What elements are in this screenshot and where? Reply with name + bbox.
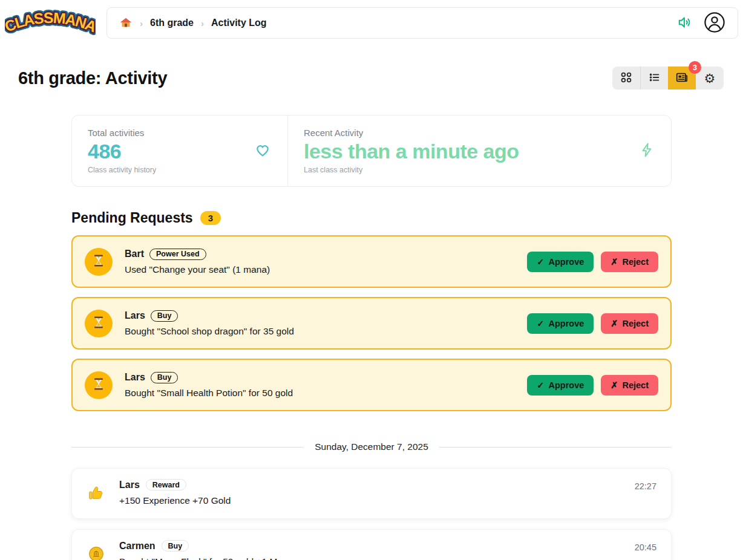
title-row: 6th grade: Activity — [0, 41, 743, 90]
request-actions: ✓ Approve ✗ Reject — [527, 313, 658, 334]
stat-label: Total activities — [88, 128, 156, 138]
pending-request-card: Bart Power Used Used "Change your seat" … — [71, 235, 672, 288]
student-name: Lars — [125, 372, 145, 383]
check-icon: ✓ — [537, 380, 544, 390]
entry-type-badge: Buy — [162, 540, 189, 552]
stat-card-recent-activity: Recent Activity less than a minute ago L… — [288, 116, 671, 186]
hourglass-icon — [91, 315, 106, 332]
classmana-logo[interactable]: CLASSMANA CLASSMANA CLASSMANA — [5, 5, 96, 41]
activity-log-list: Lars Reward +150 Experience +70 Gold 22:… — [71, 468, 672, 560]
list-view-button[interactable] — [640, 67, 668, 90]
entry-icon — [87, 484, 106, 502]
heart-icon — [254, 141, 272, 161]
user-avatar-icon — [704, 11, 725, 35]
coin-icon — [88, 545, 105, 560]
entry-description: +150 Experience +70 Gold — [119, 495, 231, 506]
x-icon: ✗ — [610, 319, 618, 328]
entry-type-badge: Reward — [146, 479, 186, 490]
activity-log-entry: Lars Reward +150 Experience +70 Gold 22:… — [71, 468, 672, 519]
activity-log-view-button[interactable]: 3 — [668, 67, 696, 90]
entry-description: Bought "Mana Flask" for 50 gold +1 Mana — [119, 556, 293, 560]
page-title: 6th grade: Activity — [18, 68, 167, 88]
entry-timestamp: 20:45 — [635, 539, 656, 552]
reject-label: Reject — [622, 380, 649, 390]
request-avatar — [85, 248, 113, 276]
request-info: Lars Buy Bought "Small Health Potion" fo… — [125, 372, 293, 399]
header-right — [677, 11, 725, 35]
entry-timestamp: 22:27 — [635, 478, 656, 491]
reject-button[interactable]: ✗ Reject — [601, 375, 658, 396]
student-name: Lars — [119, 480, 140, 490]
hourglass-icon — [91, 377, 106, 394]
date-divider: Sunday, December 7, 2025 — [71, 441, 672, 452]
student-name: Carmen — [119, 541, 155, 552]
request-type-badge: Power Used — [149, 249, 206, 260]
stat-card-total-activities: Total activities 486 Class activity hist… — [72, 116, 288, 186]
pending-requests-title: Pending Requests — [71, 210, 193, 226]
breadcrumb-item-grade[interactable]: 6th grade — [150, 18, 194, 28]
approve-label: Approve — [548, 319, 584, 328]
request-type-badge: Buy — [151, 310, 178, 322]
reject-button[interactable]: ✗ Reject — [601, 313, 658, 334]
request-description: Used "Change your seat" (1 mana) — [125, 264, 270, 275]
check-icon: ✓ — [537, 257, 544, 267]
breadcrumb-item-activity-log[interactable]: Activity Log — [211, 18, 267, 28]
request-description: Bought "School shop dragon" for 35 gold — [125, 326, 294, 337]
pending-request-card: Lars Buy Bought "Small Health Potion" fo… — [71, 359, 672, 411]
home-icon[interactable] — [119, 16, 133, 30]
entry-info: Lars Reward +150 Experience +70 Gold — [119, 479, 231, 506]
list-view-icon — [648, 71, 661, 86]
entry-info: Carmen Buy Bought "Mana Flask" for 50 go… — [119, 540, 293, 560]
entry-icon — [87, 545, 106, 560]
request-description: Bought "Small Health Potion" for 50 gold — [125, 388, 293, 399]
request-avatar — [85, 310, 113, 337]
approve-button[interactable]: ✓ Approve — [527, 252, 594, 272]
x-icon: ✗ — [610, 257, 618, 267]
newspaper-icon — [675, 71, 689, 86]
volume-button[interactable] — [677, 15, 693, 32]
account-button[interactable] — [704, 11, 725, 35]
check-icon: ✓ — [537, 319, 544, 328]
x-icon: ✗ — [610, 380, 618, 390]
thumbs-up-icon — [87, 484, 105, 502]
stat-sublabel: Class activity history — [88, 166, 156, 174]
approve-label: Approve — [548, 257, 584, 267]
request-actions: ✓ Approve ✗ Reject — [527, 375, 658, 396]
reject-button[interactable]: ✗ Reject — [601, 252, 658, 272]
hourglass-icon — [91, 253, 106, 270]
approve-button[interactable]: ✓ Approve — [527, 313, 594, 334]
svg-text:CLASSMANA: CLASSMANA — [5, 9, 96, 36]
breadcrumb-separator: › — [201, 18, 204, 28]
request-avatar — [85, 371, 113, 399]
request-info: Bart Power Used Used "Change your seat" … — [125, 249, 270, 275]
page: CLASSMANA CLASSMANA CLASSMANA › 6th grad — [0, 0, 743, 560]
pending-requests-header: Pending Requests 3 — [71, 210, 672, 226]
divider-line — [71, 447, 304, 448]
date-header: Sunday, December 7, 2025 — [315, 441, 428, 452]
classmana-logo-icon: CLASSMANA CLASSMANA CLASSMANA — [5, 5, 96, 39]
view-toolbar: 3 ⚙ — [612, 67, 724, 90]
request-type-badge: Buy — [151, 372, 178, 383]
pending-requests-count-badge: 3 — [200, 211, 221, 225]
reject-label: Reject — [622, 257, 649, 267]
divider-line — [439, 447, 672, 448]
student-name: Bart — [125, 249, 144, 259]
stat-value: less than a minute ago — [304, 140, 519, 163]
top-header: CLASSMANA CLASSMANA CLASSMANA › 6th grad — [0, 0, 743, 41]
pending-requests-list: Bart Power Used Used "Change your seat" … — [71, 235, 672, 411]
main-content: Total activities 486 Class activity hist… — [71, 115, 672, 560]
grid-view-icon — [620, 71, 633, 86]
settings-button[interactable]: ⚙ — [696, 67, 724, 90]
student-name: Lars — [125, 310, 145, 321]
request-actions: ✓ Approve ✗ Reject — [527, 252, 658, 272]
lightning-icon — [638, 142, 655, 161]
grid-view-button[interactable] — [612, 67, 640, 90]
gear-icon: ⚙ — [704, 72, 716, 85]
approve-button[interactable]: ✓ Approve — [527, 375, 594, 396]
stat-label: Recent Activity — [304, 128, 519, 138]
volume-icon — [677, 15, 693, 32]
pending-request-card: Lars Buy Bought "School shop dragon" for… — [71, 297, 672, 350]
stat-value: 486 — [88, 140, 156, 163]
breadcrumb-separator: › — [140, 18, 143, 28]
breadcrumb: › 6th grade › Activity Log — [106, 7, 738, 39]
